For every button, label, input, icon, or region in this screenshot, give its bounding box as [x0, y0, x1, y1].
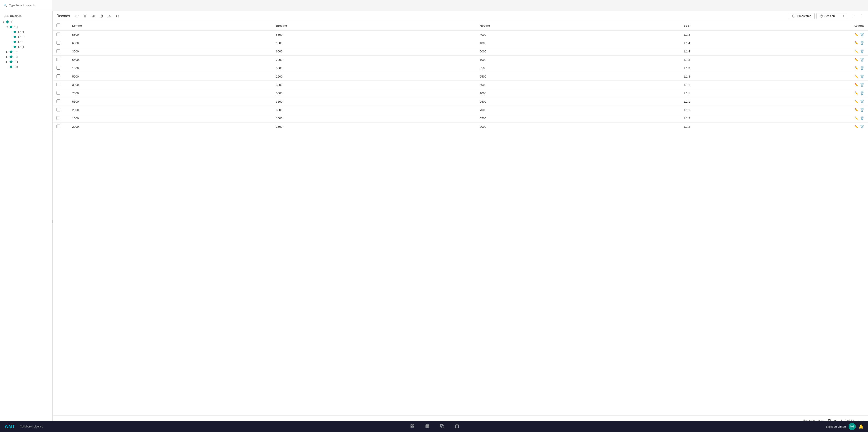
row-checkbox-cell [53, 72, 68, 81]
edit-icon-2[interactable]: ✏️ [854, 49, 859, 54]
row-checkbox-4[interactable] [57, 66, 60, 70]
col-breedte: Breedte [272, 21, 476, 30]
delete-icon-4[interactable]: 🗑️ [860, 66, 864, 70]
delete-icon-7[interactable]: 🗑️ [860, 91, 864, 95]
edit-icon-7[interactable]: ✏️ [854, 91, 859, 95]
select-all-checkbox[interactable] [57, 24, 60, 27]
tree-toggle-1-2[interactable]: ▶ [5, 50, 9, 54]
search-bar[interactable]: 🔍 [0, 0, 52, 11]
notification-bell-icon[interactable]: 🔔 [859, 424, 864, 429]
circle-icon-1-1-4 [13, 46, 16, 48]
edit-icon-0[interactable]: ✏️ [854, 32, 859, 37]
edit-columns-button[interactable] [82, 13, 88, 19]
edit-icon-8[interactable]: ✏️ [854, 99, 859, 104]
history-button[interactable] [98, 13, 104, 19]
delete-icon-0[interactable]: 🗑️ [860, 32, 864, 37]
refresh-button[interactable] [74, 13, 80, 19]
row-checkbox-5[interactable] [57, 74, 60, 78]
cell-hoogte: 3000 [476, 123, 680, 131]
table-row: 5500 5500 4000 1.1.3 ✏️ 🗑️ [53, 30, 868, 39]
tree-toggle-1-4[interactable]: ▶ [5, 60, 9, 64]
row-checkbox-7[interactable] [57, 91, 60, 95]
export-button[interactable] [106, 13, 113, 19]
delete-icon-10[interactable]: 🗑️ [860, 116, 864, 121]
edit-icon-3[interactable]: ✏️ [854, 57, 859, 62]
cell-hoogte: 5500 [476, 64, 680, 72]
view-button[interactable] [90, 13, 96, 19]
edit-icon-9[interactable]: ✏️ [854, 107, 859, 112]
delete-icon-11[interactable]: 🗑️ [860, 124, 864, 129]
sidebar-item-1-3[interactable]: ▶ 1.3 [0, 54, 52, 59]
add-record-button[interactable] [850, 13, 856, 19]
grid-view-button[interactable] [408, 423, 416, 430]
tree-toggle-1-1[interactable]: ▼ [5, 25, 9, 29]
table-row: 5500 3500 2500 1.1.1 ✏️ 🗑️ [53, 97, 868, 106]
table-row: 7500 5000 1000 1.1.1 ✏️ 🗑️ [53, 89, 868, 97]
row-checkbox-2[interactable] [57, 49, 60, 53]
sidebar-item-1-2[interactable]: ▶ 1.2 [0, 49, 52, 54]
edit-icon-6[interactable]: ✏️ [854, 83, 859, 87]
row-checkbox-1[interactable] [57, 41, 60, 44]
cell-breedte: 3000 [272, 106, 476, 114]
circle-icon-1-5 [10, 66, 12, 68]
sidebar-item-1-4[interactable]: ▶ 1.4 [0, 59, 52, 64]
delete-icon-5[interactable]: 🗑️ [860, 74, 864, 79]
cell-hoogte: 1000 [476, 56, 680, 64]
cell-lengte: 6500 [68, 56, 272, 64]
sidebar-item-1-1[interactable]: ▼ 1.1 [0, 24, 52, 29]
row-checkbox-0[interactable] [57, 33, 60, 36]
row-checkbox-6[interactable] [57, 83, 60, 86]
sidebar-item-1[interactable]: ▼ 1 [0, 20, 52, 24]
delete-icon-3[interactable]: 🗑️ [860, 57, 864, 62]
cell-lengte: 6000 [68, 39, 272, 47]
delete-icon-2[interactable]: 🗑️ [860, 49, 864, 54]
more-options-button[interactable]: ⋮ [858, 13, 864, 19]
cell-sbs: 1.1.3 [680, 72, 843, 81]
list-view-button[interactable] [423, 423, 431, 430]
cell-hoogte: 5000 [476, 81, 680, 89]
row-checkbox-3[interactable] [57, 58, 60, 61]
delete-icon-6[interactable]: 🗑️ [860, 83, 864, 87]
tree-toggle-1-3[interactable]: ▶ [5, 55, 9, 59]
license-text: CollaborAll License [20, 425, 43, 428]
tree-toggle-1[interactable]: ▼ [2, 20, 5, 24]
timestamp-button[interactable]: Timestamp [789, 13, 815, 19]
sidebar-item-1-1-4[interactable]: 1.1.4 [0, 44, 52, 49]
delete-icon-9[interactable]: 🗑️ [860, 107, 864, 112]
cell-sbs: 1.1.3 [680, 64, 843, 72]
session-button[interactable]: Session ▼ [816, 13, 848, 19]
cell-sbs: 1.1.4 [680, 39, 843, 47]
row-checkbox-9[interactable] [57, 108, 60, 112]
sidebar-item-1-1-3[interactable]: 1.1.3 [0, 39, 52, 44]
records-table: Lengte Breedte Hoogte SBS Actions 5500 5… [53, 21, 868, 131]
table-row: 2000 2500 3000 1.1.2 ✏️ 🗑️ [53, 123, 868, 131]
edit-icon-1[interactable]: ✏️ [854, 41, 859, 45]
row-checkbox-11[interactable] [57, 125, 60, 128]
tree-label-1-1-2: 1.1.2 [18, 35, 24, 39]
edit-icon-10[interactable]: ✏️ [854, 116, 859, 121]
search-button[interactable] [114, 13, 121, 19]
search-input[interactable] [9, 4, 49, 7]
circle-icon-1-1-2 [13, 36, 16, 38]
user-avatar[interactable]: Nd [848, 423, 856, 430]
sidebar-item-1-5[interactable]: 1.5 [0, 64, 52, 69]
edit-icon-11[interactable]: ✏️ [854, 124, 859, 129]
session-label: Session [825, 14, 835, 18]
cell-breedte: 2500 [272, 123, 476, 131]
col-sbs: SBS [680, 21, 843, 30]
delete-icon-1[interactable]: 🗑️ [860, 41, 864, 45]
calendar-button[interactable] [453, 423, 461, 430]
sidebar-item-1-1-1[interactable]: 1.1.1 [0, 29, 52, 34]
delete-icon-8[interactable]: 🗑️ [860, 99, 864, 104]
cell-actions: ✏️ 🗑️ [843, 47, 868, 56]
edit-icon-4[interactable]: ✏️ [854, 66, 859, 70]
sidebar-item-1-1-2[interactable]: 1.1.2 [0, 34, 52, 39]
tree-label-1-1: 1.1 [14, 25, 18, 29]
row-checkbox-8[interactable] [57, 99, 60, 103]
row-checkbox-10[interactable] [57, 116, 60, 120]
cell-lengte: 5500 [68, 97, 272, 106]
main-content: Records Timestamp [53, 11, 868, 432]
edit-icon-5[interactable]: ✏️ [854, 74, 859, 79]
copy-button[interactable] [438, 423, 446, 430]
cell-hoogte: 2500 [476, 97, 680, 106]
